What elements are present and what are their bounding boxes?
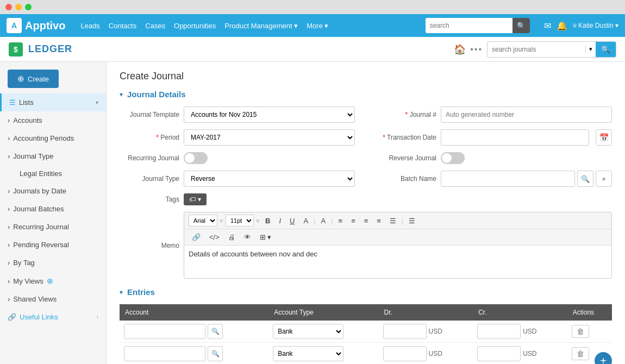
entry-account-input-1[interactable]: 10100 – Checking Acco bbox=[124, 324, 205, 339]
calendar-icon[interactable]: 📅 bbox=[596, 129, 612, 146]
create-button[interactable]: ⊕ Create bbox=[8, 70, 59, 88]
more-options-icon[interactable]: ••• bbox=[470, 45, 483, 54]
transaction-date-input[interactable]: 09/04/2018 bbox=[441, 129, 589, 146]
period-select[interactable]: MAY-2017 bbox=[184, 129, 355, 146]
sidebar-item-shared-views[interactable]: › Shared Views bbox=[0, 290, 106, 308]
delete-row-2-button[interactable]: 🗑 bbox=[572, 347, 589, 360]
entry-account-search-1[interactable]: 🔍 bbox=[208, 324, 223, 339]
sidebar-item-recurring-journal[interactable]: › Recurring Journal bbox=[0, 218, 106, 236]
font-size-select[interactable]: 11pt bbox=[226, 215, 254, 227]
sidebar-item-my-views[interactable]: › My Views ⊕ bbox=[0, 272, 106, 290]
nav-leads[interactable]: Leads bbox=[80, 22, 99, 30]
page-title: Create Journal bbox=[120, 71, 612, 82]
toolbar-divider-3: | bbox=[314, 217, 315, 225]
align-left-button[interactable]: ≡ bbox=[335, 215, 346, 227]
sidebar: ⊕ Create ☰ Lists ▾ › Accounts › Accounti… bbox=[0, 62, 107, 364]
memo-editor: Arial ▾ 11pt ▾ B I U A | A bbox=[184, 212, 612, 279]
nav-product-management[interactable]: Product Management ▾ bbox=[224, 22, 298, 30]
batch-add-icon[interactable]: + bbox=[596, 171, 612, 187]
font-color-button[interactable]: A bbox=[300, 215, 311, 227]
sidebar-item-legal-entities[interactable]: Legal Entities bbox=[0, 165, 106, 182]
memo-content[interactable]: Details of accounts between nov and dec bbox=[184, 246, 611, 278]
tags-button[interactable]: 🏷 ▾ bbox=[184, 193, 207, 205]
memo-row: Memo Arial ▾ 11pt ▾ B I bbox=[120, 212, 612, 279]
sidebar-item-accounts[interactable]: › Accounts bbox=[0, 111, 106, 129]
code-button[interactable]: </> bbox=[206, 231, 223, 243]
sidebar-lists[interactable]: ☰ Lists ▾ bbox=[0, 93, 106, 111]
mail-icon[interactable]: ✉ bbox=[544, 21, 551, 31]
entry-cr-cell-2: 0.00 USD bbox=[473, 343, 567, 365]
home-icon[interactable]: 🏠 bbox=[454, 43, 466, 55]
preview-button[interactable]: 👁 bbox=[241, 231, 254, 243]
period-dropdown[interactable]: MAY-2017 bbox=[184, 130, 354, 145]
font-family-select[interactable]: Arial bbox=[189, 215, 217, 227]
table-button[interactable]: ⊞ ▾ bbox=[257, 231, 275, 243]
journal-search-input[interactable] bbox=[488, 46, 585, 53]
sidebar-recurring-journal-label: Recurring Journal bbox=[13, 223, 69, 231]
italic-button[interactable]: I bbox=[276, 215, 284, 227]
delete-row-1-button[interactable]: 🗑 bbox=[572, 325, 589, 338]
toolbar-divider-4: | bbox=[331, 217, 333, 225]
entry-cr-input-1[interactable]: 5000.00 bbox=[477, 324, 521, 339]
underline-button[interactable]: U bbox=[286, 215, 298, 227]
entry-type-select-2[interactable]: Bank bbox=[273, 346, 343, 361]
nav-cases[interactable]: Cases bbox=[145, 22, 165, 30]
journal-type-label: Journal Type bbox=[120, 175, 179, 183]
my-views-chevron-icon: › bbox=[8, 277, 10, 285]
highlight-button[interactable]: A bbox=[317, 215, 329, 227]
recurring-journal-toggle-control[interactable] bbox=[184, 152, 208, 164]
bell-icon[interactable]: 🔔 bbox=[557, 21, 567, 31]
bold-button[interactable]: B bbox=[262, 215, 273, 227]
maximize-dot[interactable] bbox=[25, 4, 32, 10]
entry-dr-currency-2: USD bbox=[429, 350, 442, 357]
entry-type-select-1[interactable]: Bank bbox=[273, 324, 343, 339]
journal-search-button[interactable]: 🔍 bbox=[596, 42, 616, 57]
ordered-list-button[interactable]: ☰ bbox=[405, 215, 418, 227]
batch-name-input[interactable]: Nov - Dec bbox=[441, 171, 575, 187]
journal-details-header[interactable]: ▾ Journal Details bbox=[120, 90, 612, 99]
entries-title: Entries bbox=[127, 287, 155, 297]
journal-template-select[interactable]: Accounts for Nov 2015 bbox=[184, 106, 355, 123]
sidebar-item-by-tag[interactable]: › By Tag bbox=[0, 254, 106, 272]
align-center-button[interactable]: ≡ bbox=[348, 215, 359, 227]
nav-more[interactable]: More ▾ bbox=[307, 22, 328, 30]
align-right-button[interactable]: ≡ bbox=[361, 215, 372, 227]
nav-opportunities[interactable]: Opportunities bbox=[174, 22, 216, 30]
minimize-dot[interactable] bbox=[15, 4, 22, 10]
entry-cr-input-2[interactable]: 0.00 bbox=[477, 346, 521, 361]
top-search-input[interactable] bbox=[426, 22, 512, 29]
close-dot[interactable] bbox=[5, 4, 12, 10]
nav-contacts[interactable]: Contacts bbox=[109, 22, 136, 30]
entry-account-search-2[interactable]: 🔍 bbox=[208, 346, 223, 361]
sidebar-my-views-label: My Views bbox=[13, 277, 43, 285]
user-menu[interactable]: ≡ Katie Dustin ▾ bbox=[573, 22, 618, 29]
batch-search-icon[interactable]: 🔍 bbox=[577, 171, 593, 187]
reverse-journal-toggle[interactable] bbox=[441, 152, 465, 164]
sidebar-item-journals-by-date[interactable]: › Journals by Date bbox=[0, 182, 106, 200]
journal-template-dropdown[interactable]: Accounts for Nov 2015 bbox=[184, 107, 354, 122]
lists-chevron-icon: ▾ bbox=[96, 99, 98, 105]
link-button[interactable]: 🔗 bbox=[189, 231, 204, 243]
recurring-journal-toggle[interactable] bbox=[184, 152, 208, 164]
journal-type-dropdown[interactable]: Reverse bbox=[184, 171, 354, 186]
entry-cr-1: 5000.00 USD bbox=[477, 324, 563, 339]
my-views-add-icon[interactable]: ⊕ bbox=[47, 277, 53, 285]
justify-button[interactable]: ≡ bbox=[373, 215, 384, 227]
print-button[interactable]: 🖨 bbox=[225, 231, 239, 243]
sidebar-item-accounting-periods[interactable]: › Accounting Periods bbox=[0, 129, 106, 147]
entry-account-input-2[interactable]: 10600 – Money Market… bbox=[124, 346, 205, 361]
entry-dr-input-1[interactable]: 0.00 bbox=[383, 324, 427, 339]
journal-search-dropdown[interactable]: ▾ bbox=[585, 46, 596, 53]
entry-account-2: 10600 – Money Market… 🔍 bbox=[124, 346, 264, 361]
journal-type-select[interactable]: Reverse bbox=[184, 171, 355, 187]
entries-header[interactable]: ▾ Entries bbox=[120, 287, 612, 297]
sidebar-item-journal-batches[interactable]: › Journal Batches bbox=[0, 200, 106, 218]
sidebar-item-journal-type[interactable]: › Journal Type bbox=[0, 147, 106, 165]
journal-number-input[interactable] bbox=[441, 106, 612, 123]
sidebar-item-pending-reversal[interactable]: › Pending Reversal bbox=[0, 236, 106, 254]
entry-dr-input-2[interactable]: 5000.00 bbox=[383, 346, 427, 361]
bullet-list-button[interactable]: ☰ bbox=[386, 215, 399, 227]
sidebar-useful-links[interactable]: 🔗 Useful Links › bbox=[0, 308, 106, 326]
reverse-journal-toggle-control[interactable] bbox=[441, 152, 465, 164]
top-search-button[interactable]: 🔍 bbox=[512, 18, 530, 33]
